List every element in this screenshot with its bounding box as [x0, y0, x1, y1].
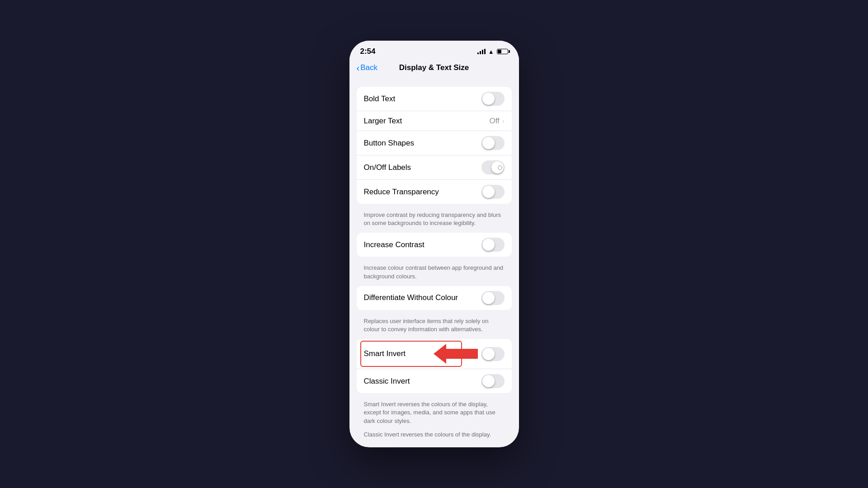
increase-contrast-label: Increase Contrast — [364, 240, 425, 249]
smart-invert-footer: Smart Invert reverses the colours of the… — [349, 397, 519, 431]
settings-group-1: Bold Text Larger Text Off › Button Shape… — [357, 87, 512, 204]
differentiate-colour-row: Differentiate Without Colour — [357, 286, 512, 310]
settings-group-4: Smart Invert Classic Invert — [357, 339, 512, 393]
on-off-labels-toggle[interactable] — [481, 160, 505, 174]
page-title: Display & Text Size — [399, 63, 469, 72]
classic-invert-toggle[interactable] — [481, 374, 505, 388]
larger-text-label: Larger Text — [364, 117, 402, 126]
button-shapes-label: Button Shapes — [364, 139, 415, 148]
reduce-transparency-toggle[interactable] — [481, 185, 505, 199]
smart-invert-toggle[interactable] — [481, 347, 505, 361]
button-shapes-row: Button Shapes — [357, 131, 512, 155]
nav-bar: ‹ Back Display & Text Size — [349, 60, 519, 78]
increase-contrast-row: Increase Contrast — [357, 233, 512, 257]
settings-group-2: Increase Contrast — [357, 233, 512, 257]
on-off-labels-row: On/Off Labels — [357, 155, 512, 180]
classic-invert-row: Classic Invert — [357, 369, 512, 393]
increase-contrast-toggle[interactable] — [481, 238, 505, 252]
larger-text-chevron-icon: › — [502, 117, 505, 125]
smart-invert-row: Smart Invert — [357, 339, 512, 369]
classic-invert-footer: Classic Invert reverses the colours of t… — [349, 431, 519, 439]
smart-invert-label: Smart Invert — [364, 349, 406, 358]
back-label: Back — [360, 63, 377, 72]
group1-footer: Improve contrast by reducing transparenc… — [349, 207, 519, 233]
signal-icon — [477, 49, 486, 54]
status-icons: ▲ — [477, 48, 508, 55]
larger-text-value: Off — [489, 117, 499, 126]
reduce-transparency-label: Reduce Transparency — [364, 188, 439, 197]
classic-invert-label: Classic Invert — [364, 377, 410, 386]
wifi-icon: ▲ — [488, 48, 494, 55]
differentiate-colour-toggle[interactable] — [481, 291, 505, 305]
battery-icon — [497, 49, 508, 54]
annotation-arrow — [434, 344, 478, 364]
larger-text-row[interactable]: Larger Text Off › — [357, 111, 512, 131]
status-time: 2:54 — [360, 47, 376, 56]
settings-content: Bold Text Larger Text Off › Button Shape… — [349, 78, 519, 439]
group2-footer: Increase colour contrast between app for… — [349, 260, 519, 286]
phone-frame: 2:54 ▲ ‹ Back Display & Text Size — [349, 41, 519, 447]
bold-text-label: Bold Text — [364, 94, 396, 103]
back-button[interactable]: ‹ Back — [357, 63, 377, 73]
status-bar: 2:54 ▲ — [349, 41, 519, 60]
differentiate-colour-label: Differentiate Without Colour — [364, 293, 458, 302]
back-chevron-icon: ‹ — [357, 63, 360, 73]
on-off-labels-label: On/Off Labels — [364, 163, 411, 172]
settings-group-3: Differentiate Without Colour — [357, 286, 512, 310]
button-shapes-toggle[interactable] — [481, 136, 505, 150]
group3-footer: Replaces user interface items that rely … — [349, 314, 519, 339]
reduce-transparency-row: Reduce Transparency — [357, 180, 512, 204]
bold-text-toggle[interactable] — [481, 92, 505, 106]
bold-text-row: Bold Text — [357, 87, 512, 111]
